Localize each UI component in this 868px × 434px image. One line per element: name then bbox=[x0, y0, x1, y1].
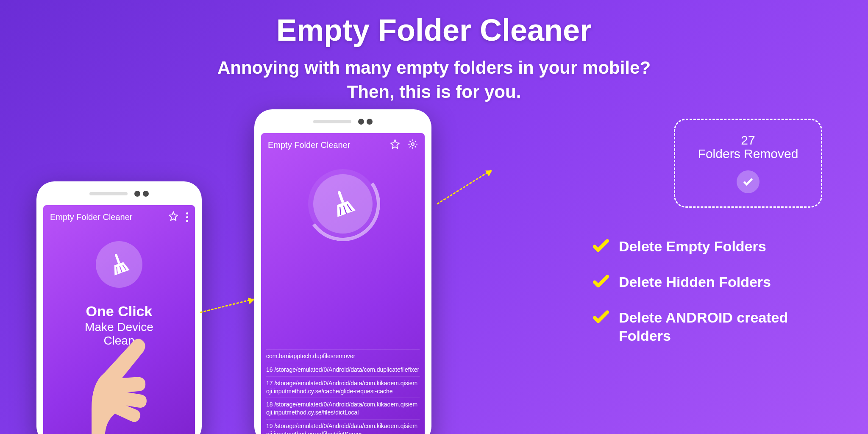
feature-item: Delete Empty Folders bbox=[593, 237, 830, 256]
hero-subtitle-line2: Then, this is for you. bbox=[0, 80, 868, 104]
checkmark-icon bbox=[593, 273, 609, 292]
result-count: 27 bbox=[741, 133, 755, 147]
feature-item: Delete ANDROID created Folders bbox=[593, 309, 830, 345]
scan-log: com.baniapptech.dupfilesremover 16 /stor… bbox=[261, 349, 425, 434]
result-label: Folders Removed bbox=[698, 147, 798, 161]
feature-item: Delete Hidden Folders bbox=[593, 273, 830, 292]
phone-mock-center: Empty Folder Cleaner c bbox=[254, 109, 431, 434]
cleaning-progress bbox=[313, 174, 373, 234]
star-icon[interactable] bbox=[168, 211, 178, 223]
list-item: 19 /storage/emulated/0/Android/data/com.… bbox=[266, 419, 420, 434]
one-click-caption: One Click Make Device Clean bbox=[43, 303, 195, 348]
svg-rect-0 bbox=[114, 253, 120, 264]
hero-subtitle-line1: Annoying with many empty folders in your… bbox=[0, 56, 868, 80]
svg-point-4 bbox=[412, 143, 414, 145]
result-callout: 27 Folders Removed bbox=[674, 119, 822, 208]
appbar-title: Empty Folder Cleaner bbox=[268, 140, 351, 150]
svg-rect-5 bbox=[337, 191, 344, 203]
star-icon[interactable] bbox=[390, 139, 400, 151]
hero-subtitle: Annoying with many empty folders in your… bbox=[0, 56, 868, 104]
appbar-left: Empty Folder Cleaner bbox=[43, 205, 195, 229]
checkmark-icon bbox=[593, 309, 609, 327]
hero-title: Empty Folder Cleaner bbox=[0, 0, 868, 47]
appbar-title: Empty Folder Cleaner bbox=[50, 212, 133, 222]
list-item: 16 /storage/emulated/0/Android/data/com.… bbox=[266, 363, 420, 376]
list-item: com.baniapptech.dupfilesremover bbox=[266, 349, 420, 363]
list-item: 17 /storage/emulated/0/Android/data/com.… bbox=[266, 376, 420, 398]
checkmark-icon bbox=[593, 237, 609, 256]
phone-mock-left: Empty Folder Cleaner One Click Make Devi… bbox=[36, 181, 202, 434]
clean-button[interactable] bbox=[96, 241, 142, 288]
feature-list: Delete Empty Folders Delete Hidden Folde… bbox=[593, 237, 830, 362]
appbar-center: Empty Folder Cleaner bbox=[261, 133, 425, 157]
gear-icon[interactable] bbox=[408, 139, 418, 151]
list-item: 18 /storage/emulated/0/Android/data/com.… bbox=[266, 398, 420, 419]
arrow-icon bbox=[200, 298, 254, 313]
check-icon bbox=[737, 170, 760, 193]
arrow-icon bbox=[437, 170, 492, 204]
more-icon[interactable] bbox=[186, 212, 188, 222]
